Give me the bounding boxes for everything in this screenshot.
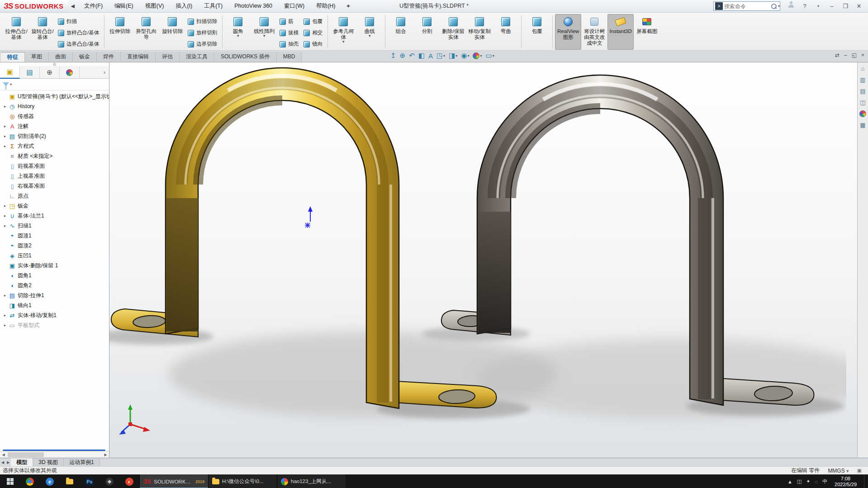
dropdown-caret-icon[interactable]: ▾ bbox=[443, 54, 445, 58]
tab-焊件[interactable]: 焊件 bbox=[97, 52, 121, 62]
resources-icon[interactable]: ⌂ bbox=[861, 65, 865, 72]
tree-item-cut-extrude[interactable]: ▸▤切除-拉伸1 bbox=[0, 290, 109, 300]
tab-直接编辑[interactable]: 直接编辑 bbox=[121, 52, 156, 62]
close-button[interactable]: ✕ bbox=[853, 0, 865, 12]
zoom-area-button[interactable]: ⊕ bbox=[398, 51, 407, 60]
move-copy-body-button[interactable]: 移动/复制实体 bbox=[466, 14, 493, 50]
tree-item-body-delete-keep[interactable]: ▣实体-删除/保留 1 bbox=[0, 261, 109, 270]
appearances-icon[interactable] bbox=[859, 110, 866, 117]
menu-pin-icon[interactable]: ✦ bbox=[346, 3, 351, 9]
tree-item-equations[interactable]: ▸Σ方程式 bbox=[0, 141, 109, 151]
tab-草图[interactable]: 草图 bbox=[25, 52, 49, 62]
view-palette-icon[interactable]: ◫ bbox=[860, 99, 865, 106]
search-input[interactable] bbox=[724, 3, 771, 9]
tray-expand-icon[interactable]: ▲ bbox=[787, 479, 792, 484]
scroll-right-icon[interactable]: ▶ bbox=[102, 453, 109, 457]
tree-item-base-flange[interactable]: ▸∪基体-法兰1 bbox=[0, 211, 109, 221]
dropdown-caret-icon[interactable]: ▾ bbox=[480, 54, 482, 58]
extrude-cut-button[interactable]: 拉伸切除 bbox=[107, 14, 133, 50]
menu-6[interactable]: PhotoView 360 bbox=[228, 0, 278, 12]
tree-item-part[interactable]: ▣U型管箍(骑马卡) (默认<<默认>_显示状 bbox=[0, 91, 109, 101]
edge-icon[interactable]: e bbox=[40, 474, 60, 488]
loft-boss-button[interactable]: 放样凸台/基体 bbox=[56, 27, 102, 38]
tree-horizontal-scrollbar[interactable]: ◀ ▶ bbox=[0, 451, 109, 458]
dropdown-caret-icon[interactable]: ▼ bbox=[368, 34, 371, 38]
tree-item-dome[interactable]: ◓圆顶1 bbox=[0, 231, 109, 241]
doc-minimize-button[interactable]: – bbox=[844, 52, 847, 58]
search-icon[interactable] bbox=[771, 3, 777, 9]
menu-8[interactable]: 帮助(H) bbox=[310, 0, 341, 12]
flex-button[interactable]: 弯曲 bbox=[493, 14, 519, 50]
view-settings-button[interactable]: ▭▾ bbox=[484, 51, 495, 60]
hole-wizard-button[interactable]: 异型孔向导 bbox=[133, 14, 159, 50]
tree-item-flat-pattern[interactable]: ▸▭平板型式 bbox=[0, 320, 109, 330]
minimize-button[interactable]: – bbox=[825, 0, 838, 12]
boundary-boss-button[interactable]: 边界凸台/基体 bbox=[56, 38, 102, 50]
section-view-button[interactable]: ◧ bbox=[417, 51, 426, 60]
dark-app-icon[interactable]: ◆ bbox=[100, 474, 119, 488]
custom-properties-icon[interactable]: ▦ bbox=[860, 122, 865, 128]
file-explorer-icon[interactable] bbox=[60, 474, 80, 488]
tree-item-front-plane[interactable]: ▯前视基准面 bbox=[0, 161, 109, 171]
tree-item-sweep-feature[interactable]: ▸∿扫描1 bbox=[0, 221, 109, 231]
tab-特征[interactable]: 特征 bbox=[1, 52, 25, 62]
taskbar-window-2[interactable]: H:\微信公众号\0... bbox=[208, 474, 277, 488]
dropdown-caret-icon[interactable]: ▾ bbox=[493, 54, 494, 58]
graphics-viewport[interactable] bbox=[109, 62, 857, 458]
annotation-view-button[interactable]: A bbox=[427, 52, 434, 60]
tree-item-history-folder[interactable]: ▸◷History bbox=[0, 101, 109, 111]
linear-pattern-button[interactable]: 线性阵列▼ bbox=[251, 14, 277, 50]
dropdown-caret-icon[interactable]: ▾ bbox=[455, 54, 457, 58]
tree-item-top-plane[interactable]: ▯上视基准面 bbox=[0, 171, 109, 181]
tree-item-sensors[interactable]: ◎传感器 bbox=[0, 111, 109, 121]
display-style-button[interactable]: ◨▾ bbox=[447, 51, 459, 60]
displaymanager-tab[interactable] bbox=[60, 66, 80, 78]
help-button[interactable]: ? bbox=[798, 0, 811, 12]
expand-arrow-icon[interactable]: ▸ bbox=[2, 204, 8, 208]
tree-item-origin[interactable]: ∟原点 bbox=[0, 191, 109, 201]
search-caret-icon[interactable]: ▾ bbox=[778, 4, 780, 8]
tree-filter-row[interactable]: ▾ bbox=[0, 79, 109, 90]
filter-caret-icon[interactable]: ▾ bbox=[10, 82, 12, 86]
tree-item-mirror-feature[interactable]: ◨镜向1 bbox=[0, 300, 109, 310]
security-app-icon[interactable]: ◐ bbox=[119, 474, 139, 488]
hide-show-items-button[interactable]: ◉▾ bbox=[460, 51, 470, 60]
curves-button[interactable]: 曲线▼ bbox=[356, 14, 383, 50]
doc-close-button[interactable]: × bbox=[861, 52, 864, 58]
tree-item-annotations[interactable]: ▸A注解 bbox=[0, 121, 109, 131]
instant3d-button[interactable]: Instant3D bbox=[607, 14, 634, 50]
taskbar-window-1[interactable]: ЗSSOLIDWORKS P...2019 bbox=[139, 474, 208, 488]
menu-3[interactable]: 视图(V) bbox=[139, 0, 170, 12]
tab-SOLIDWORKS 插件[interactable]: SOLIDWORKS 插件 bbox=[214, 52, 277, 62]
scrollbar-thumb[interactable] bbox=[8, 452, 44, 457]
tray-icon-1[interactable]: ◫ bbox=[797, 479, 802, 484]
tab-渲染工具[interactable]: 渲染工具 bbox=[180, 52, 214, 62]
tree-language-button[interactable]: 将设计树由英文改成中文 bbox=[581, 14, 607, 50]
draft-button[interactable]: 拔模 bbox=[277, 27, 301, 38]
tray-icon-2[interactable]: ✦ bbox=[806, 479, 810, 484]
bottom-tab-模型[interactable]: 模型 bbox=[11, 458, 33, 466]
edit-appearance-button[interactable]: ▾ bbox=[471, 52, 483, 60]
tray-icon-3[interactable]: ◌ bbox=[815, 479, 818, 484]
tree-item-fillet-feature[interactable]: ◖圆角1 bbox=[0, 270, 109, 280]
fillet-button[interactable]: 圆角▼ bbox=[225, 14, 251, 50]
dropdown-caret-icon[interactable]: ▼ bbox=[262, 34, 266, 38]
expand-arrow-icon[interactable]: ▸ bbox=[2, 124, 8, 128]
intersect-button[interactable]: 相交 bbox=[301, 27, 325, 38]
rib-button[interactable]: 筋 bbox=[277, 16, 301, 27]
bottom-tab-运动算例1[interactable]: 运动算例1 bbox=[64, 458, 100, 466]
expand-arrow-icon[interactable]: ▸ bbox=[2, 293, 8, 298]
tab-scroll-left-icon[interactable]: ◀ bbox=[0, 460, 5, 464]
configurationmanager-tab[interactable]: ⊕ bbox=[40, 66, 60, 78]
menu-collapse-arrow-icon[interactable]: ◀ bbox=[71, 3, 75, 9]
dropdown-caret-icon[interactable]: ▾ bbox=[467, 54, 469, 58]
dropdown-caret-icon[interactable]: ▼ bbox=[236, 34, 240, 38]
panel-expand-arrow[interactable]: › bbox=[100, 69, 109, 76]
scroll-left-icon[interactable]: ◀ bbox=[0, 453, 7, 457]
command-search-box[interactable]: > ▾ bbox=[713, 1, 780, 11]
revolve-cut-button[interactable]: 旋转切除 bbox=[159, 14, 185, 50]
taskbar-clock[interactable]: 7:082022/5/29 bbox=[832, 476, 859, 488]
search-scope-icon[interactable]: > bbox=[715, 2, 723, 10]
screenshot-button[interactable]: 屏幕截图 bbox=[634, 14, 660, 50]
file-explorer-icon[interactable]: ▤ bbox=[860, 88, 865, 95]
